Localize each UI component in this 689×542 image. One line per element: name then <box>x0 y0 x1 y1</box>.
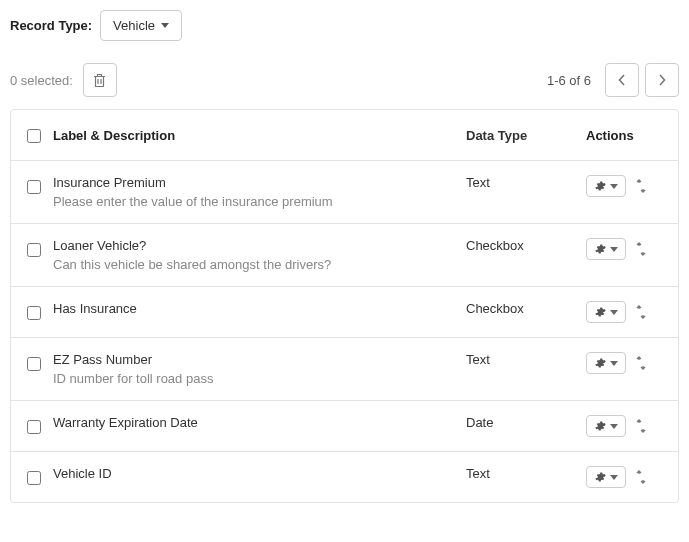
field-description: Can this vehicle be shared amongst the d… <box>53 257 456 272</box>
row-checkbox[interactable] <box>27 420 41 434</box>
table-header: Label & Description Data Type Actions <box>11 110 678 161</box>
field-type: Text <box>466 466 586 481</box>
gear-icon <box>594 180 606 192</box>
trash-icon <box>93 73 106 87</box>
sort-icon <box>636 179 646 193</box>
next-page-button[interactable] <box>645 63 679 97</box>
gear-icon <box>594 243 606 255</box>
field-description: Please enter the value of the insurance … <box>53 194 456 209</box>
sort-icon <box>636 356 646 370</box>
selected-count: 0 selected: <box>10 73 73 88</box>
field-type: Checkbox <box>466 238 586 253</box>
delete-button[interactable] <box>83 63 117 97</box>
row-checkbox[interactable] <box>27 243 41 257</box>
caret-down-icon <box>610 475 618 480</box>
table-row: Warranty Expiration Date Date <box>11 401 678 452</box>
sort-icon <box>636 419 646 433</box>
gear-icon <box>594 471 606 483</box>
field-type: Text <box>466 352 586 367</box>
table-row: EZ Pass Number ID number for toll road p… <box>11 338 678 401</box>
row-actions-button[interactable] <box>586 415 626 437</box>
field-type: Date <box>466 415 586 430</box>
row-checkbox[interactable] <box>27 180 41 194</box>
row-checkbox[interactable] <box>27 306 41 320</box>
field-label: Loaner Vehicle? <box>53 238 456 253</box>
gear-icon <box>594 420 606 432</box>
caret-down-icon <box>161 23 169 28</box>
caret-down-icon <box>610 184 618 189</box>
field-type: Text <box>466 175 586 190</box>
table-row: Vehicle ID Text <box>11 452 678 502</box>
sort-icon <box>636 242 646 256</box>
table-row: Loaner Vehicle? Can this vehicle be shar… <box>11 224 678 287</box>
reorder-handle[interactable] <box>636 242 646 256</box>
chevron-right-icon <box>658 74 666 86</box>
table-row: Insurance Premium Please enter the value… <box>11 161 678 224</box>
row-checkbox[interactable] <box>27 471 41 485</box>
field-label: Has Insurance <box>53 301 456 316</box>
field-label: Vehicle ID <box>53 466 456 481</box>
row-actions-button[interactable] <box>586 466 626 488</box>
gear-icon <box>594 357 606 369</box>
reorder-handle[interactable] <box>636 419 646 433</box>
caret-down-icon <box>610 361 618 366</box>
reorder-handle[interactable] <box>636 305 646 319</box>
record-type-dropdown[interactable]: Vehicle <box>100 10 182 41</box>
prev-page-button[interactable] <box>605 63 639 97</box>
table-row: Has Insurance Checkbox <box>11 287 678 338</box>
field-type: Checkbox <box>466 301 586 316</box>
select-all-checkbox[interactable] <box>27 129 41 143</box>
caret-down-icon <box>610 310 618 315</box>
field-label: EZ Pass Number <box>53 352 456 367</box>
fields-table: Label & Description Data Type Actions In… <box>10 109 679 503</box>
field-label: Insurance Premium <box>53 175 456 190</box>
sort-icon <box>636 470 646 484</box>
column-data-type: Data Type <box>466 128 586 143</box>
record-type-value: Vehicle <box>113 18 155 33</box>
gear-icon <box>594 306 606 318</box>
reorder-handle[interactable] <box>636 356 646 370</box>
reorder-handle[interactable] <box>636 179 646 193</box>
column-label: Label & Description <box>53 128 466 143</box>
row-actions-button[interactable] <box>586 352 626 374</box>
page-info: 1-6 of 6 <box>547 73 591 88</box>
column-actions: Actions <box>586 128 666 143</box>
reorder-handle[interactable] <box>636 470 646 484</box>
chevron-left-icon <box>618 74 626 86</box>
sort-icon <box>636 305 646 319</box>
row-actions-button[interactable] <box>586 175 626 197</box>
row-actions-button[interactable] <box>586 301 626 323</box>
row-checkbox[interactable] <box>27 357 41 371</box>
caret-down-icon <box>610 247 618 252</box>
caret-down-icon <box>610 424 618 429</box>
row-actions-button[interactable] <box>586 238 626 260</box>
field-description: ID number for toll road pass <box>53 371 456 386</box>
field-label: Warranty Expiration Date <box>53 415 456 430</box>
record-type-label: Record Type: <box>10 18 92 33</box>
